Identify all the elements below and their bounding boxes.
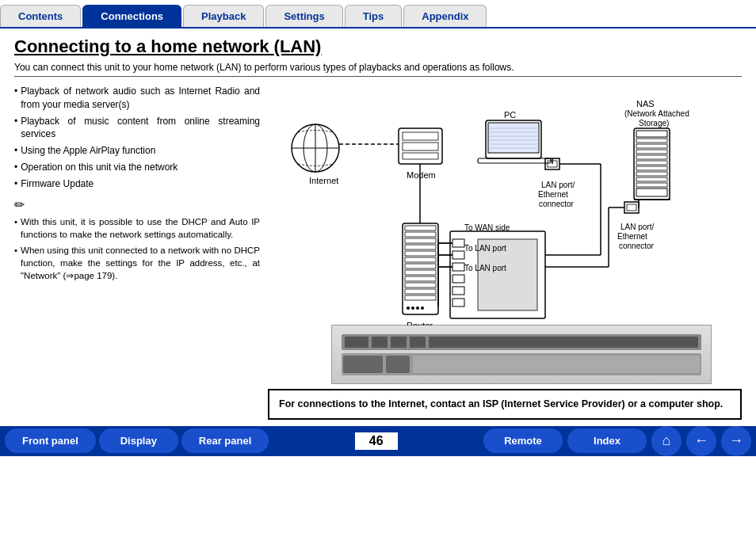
- bullet-dot: •: [14, 215, 17, 241]
- svg-rect-24: [636, 144, 667, 148]
- svg-rect-51: [452, 239, 464, 247]
- lan-eth2-label: LAN port/: [620, 223, 654, 231]
- bullet-text-1: Playback of network audio such as Intern…: [21, 85, 260, 112]
- bullet-dot: •: [14, 85, 17, 112]
- list-item: • Using the Apple AirPlay function: [14, 144, 260, 158]
- svg-rect-56: [452, 299, 464, 306]
- svg-rect-8: [403, 153, 438, 159]
- notice-text: For connections to the Internet, contact…: [279, 398, 723, 409]
- remote-button[interactable]: Remote: [483, 428, 563, 453]
- tab-connections[interactable]: Connections: [82, 5, 181, 27]
- index-button[interactable]: Index: [567, 428, 647, 453]
- bullet-dot: •: [14, 144, 17, 158]
- tab-settings[interactable]: Settings: [265, 5, 342, 27]
- svg-rect-12: [478, 158, 551, 163]
- left-panel: • Playback of network audio such as Inte…: [14, 85, 260, 420]
- page-title: Connecting to a home network (LAN): [14, 36, 742, 57]
- tab-appendix[interactable]: Appendix: [403, 5, 487, 27]
- svg-text:Ethernet: Ethernet: [617, 232, 647, 241]
- svg-rect-39: [405, 257, 436, 262]
- notice-box: For connections to the Internet, contact…: [268, 389, 742, 420]
- to-lan2-label: To LAN port: [464, 264, 506, 272]
- to-wan-label: To WAN side: [464, 223, 510, 232]
- rear-panel-button[interactable]: Rear panel: [181, 428, 269, 453]
- svg-rect-44: [405, 289, 436, 294]
- content-area: • Playback of network audio such as Inte…: [14, 85, 742, 420]
- page-number: 46: [355, 432, 398, 450]
- svg-rect-52: [452, 251, 464, 259]
- back-button[interactable]: ←: [686, 426, 716, 456]
- bottom-center: 46: [269, 432, 483, 450]
- svg-rect-54: [452, 275, 464, 283]
- lan-eth1-label: LAN port/: [541, 181, 575, 189]
- diagram-container: Internet Modem PC: [268, 85, 742, 420]
- bottom-nav: Front panel Display Rear panel 46 Remote…: [0, 426, 756, 456]
- svg-rect-37: [405, 245, 436, 249]
- modem-label: Modem: [407, 170, 436, 180]
- bullet-text-3: Using the Apple AirPlay function: [21, 144, 155, 158]
- notice-bold: For connections to the Internet, contact…: [279, 398, 723, 409]
- svg-rect-23: [636, 139, 667, 143]
- svg-rect-6: [403, 132, 438, 140]
- svg-rect-30: [636, 177, 667, 181]
- svg-rect-28: [636, 166, 667, 170]
- front-panel-button[interactable]: Front panel: [5, 428, 96, 453]
- svg-rect-11: [488, 123, 539, 153]
- bullet-text-5: Firmware Update: [21, 177, 94, 191]
- forward-button[interactable]: →: [721, 426, 751, 456]
- svg-rect-40: [405, 264, 436, 268]
- svg-point-46: [407, 306, 410, 310]
- nas-label: NAS: [636, 99, 655, 109]
- tab-contents[interactable]: Contents: [0, 5, 81, 27]
- nav-tabs: Contents Connections Playback Settings T…: [0, 0, 756, 29]
- svg-rect-53: [452, 263, 464, 271]
- display-button[interactable]: Display: [99, 428, 178, 453]
- note-item-2: • When using this unit connected to a ne…: [14, 244, 260, 282]
- right-panel: Internet Modem PC: [268, 85, 742, 420]
- svg-rect-45: [405, 295, 436, 300]
- svg-rect-55: [452, 287, 464, 295]
- svg-point-47: [411, 306, 414, 310]
- bullet-list: • Playback of network audio such as Inte…: [14, 85, 260, 191]
- list-item: • Operation on this unit via the network: [14, 161, 260, 174]
- svg-rect-22: [636, 131, 667, 137]
- svg-point-49: [421, 306, 424, 310]
- svg-rect-5: [399, 128, 442, 164]
- bullet-dot: •: [14, 161, 17, 174]
- svg-rect-42: [405, 276, 436, 281]
- bullet-text-2: Playback of music content from online st…: [21, 115, 260, 142]
- svg-rect-31: [636, 183, 667, 187]
- list-item: • Playback of network audio such as Inte…: [14, 85, 260, 112]
- svg-rect-41: [405, 270, 436, 275]
- home-button[interactable]: ⌂: [651, 426, 682, 456]
- note-text-2: When using this unit connected to a netw…: [21, 244, 260, 282]
- unit-image: [331, 325, 712, 384]
- svg-point-48: [416, 306, 419, 310]
- tab-tips[interactable]: Tips: [345, 5, 403, 27]
- note-item-1: • With this unit, it is possible to use …: [14, 215, 260, 241]
- svg-rect-38: [405, 251, 436, 256]
- note-section: ✏ • With this unit, it is possible to us…: [14, 197, 260, 282]
- svg-rect-34: [405, 226, 436, 230]
- svg-text:Ethernet: Ethernet: [538, 190, 568, 199]
- list-item: • Firmware Update: [14, 177, 260, 191]
- svg-rect-29: [636, 172, 667, 176]
- pc-label: PC: [504, 110, 516, 120]
- bullet-dot: •: [14, 244, 17, 282]
- list-item: • Playback of music content from online …: [14, 115, 260, 142]
- tab-playback[interactable]: Playback: [183, 5, 264, 27]
- svg-rect-25: [636, 150, 667, 154]
- note-icon: ✏: [14, 197, 260, 212]
- main-content: Connecting to a home network (LAN) You c…: [0, 29, 756, 420]
- svg-rect-26: [636, 155, 667, 159]
- network-diagram: Internet Modem PC: [268, 85, 712, 330]
- to-lan1-label: To LAN port: [464, 244, 506, 253]
- svg-rect-27: [636, 161, 667, 165]
- svg-rect-32: [636, 188, 667, 196]
- bullet-dot: •: [14, 177, 17, 191]
- svg-rect-43: [405, 283, 436, 287]
- bullet-dot: •: [14, 115, 17, 142]
- svg-text:connector: connector: [619, 242, 655, 250]
- svg-rect-7: [403, 143, 438, 150]
- svg-rect-74: [627, 204, 636, 211]
